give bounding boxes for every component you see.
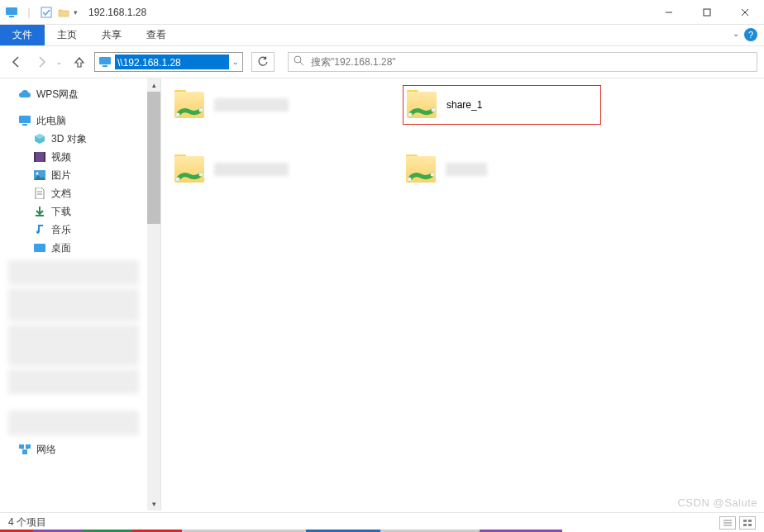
item-label-redacted <box>214 163 289 176</box>
nav-music[interactable]: 音乐 <box>0 221 147 239</box>
nav-scroll-up[interactable]: ▴ <box>147 78 160 92</box>
nav-scroll-down[interactable]: ▾ <box>147 497 160 511</box>
folder-item[interactable] <box>171 85 370 125</box>
svg-rect-7 <box>99 57 111 64</box>
share-folder-icon <box>173 153 206 186</box>
help-icon[interactable]: ? <box>744 28 757 41</box>
nav-wps[interactable]: WPS网盘 <box>0 85 147 103</box>
svg-point-17 <box>36 173 39 175</box>
share-folder-icon <box>404 153 437 186</box>
tab-home[interactable]: 主页 <box>45 25 89 45</box>
nav-pictures[interactable]: 图片 <box>0 166 147 184</box>
address-text[interactable]: \\192.168.1.28 <box>115 55 229 69</box>
nav-redacted <box>8 325 139 366</box>
svg-rect-2 <box>41 7 51 17</box>
svg-rect-11 <box>19 116 31 123</box>
nav-redacted <box>8 288 139 321</box>
nav-scroll-thumb[interactable] <box>147 92 160 224</box>
nav-network[interactable]: 网络 <box>0 440 147 458</box>
tab-view[interactable]: 查看 <box>134 25 179 45</box>
tab-file[interactable]: 文件 <box>0 25 45 45</box>
nav-pictures-label: 图片 <box>51 169 71 183</box>
navigation-bar: ⌄ \\192.168.1.28 ⌄ 搜索"192.168.1.28" <box>0 46 764 78</box>
svg-rect-0 <box>6 7 17 15</box>
recent-dropdown-icon[interactable]: ⌄ <box>56 59 64 66</box>
svg-rect-22 <box>19 444 24 449</box>
forward-button[interactable] <box>31 52 51 72</box>
svg-rect-8 <box>103 65 107 67</box>
network-icon <box>18 443 31 456</box>
nav-thispc[interactable]: 此电脑 <box>0 112 147 130</box>
search-box[interactable]: 搜索"192.168.1.28" <box>288 52 757 72</box>
icons-view-button[interactable] <box>739 516 756 530</box>
body: ▴ ▾ WPS网盘 此电脑 3D 对象 视频 图片 <box>0 78 764 511</box>
nav-desktop-label: 桌面 <box>51 241 71 255</box>
svg-rect-1 <box>9 16 14 17</box>
ribbon-tabs: 文件 主页 共享 查看 ⌄ ? <box>0 25 764 46</box>
up-button[interactable] <box>69 52 89 72</box>
item-label-redacted <box>214 98 289 112</box>
back-button[interactable] <box>7 52 26 72</box>
computer-icon <box>18 114 31 127</box>
svg-rect-41 <box>748 524 752 526</box>
svg-rect-4 <box>704 9 710 16</box>
properties-icon[interactable] <box>39 5 54 20</box>
nav-documents-label: 文档 <box>51 187 71 201</box>
video-icon <box>33 150 46 164</box>
item-label: share_1 <box>446 99 482 111</box>
nav-downloads[interactable]: 下载 <box>0 202 147 221</box>
nav-3dobjects[interactable]: 3D 对象 <box>0 130 147 148</box>
nav-redacted <box>8 369 139 394</box>
address-bar[interactable]: \\192.168.1.28 ⌄ <box>94 52 243 72</box>
folder-item[interactable] <box>171 150 370 189</box>
nav-thispc-label: 此电脑 <box>36 114 66 128</box>
search-placeholder: 搜索"192.168.1.28" <box>311 55 396 69</box>
new-folder-icon[interactable] <box>56 5 71 20</box>
svg-rect-23 <box>26 444 31 449</box>
quick-access-toolbar: | ▾ <box>0 5 82 20</box>
details-view-button[interactable] <box>719 516 736 530</box>
folder-item-share1[interactable]: share_1 <box>403 85 601 125</box>
nav-documents[interactable]: 文档 <box>0 184 147 202</box>
desktop-icon <box>33 241 46 254</box>
nav-downloads-label: 下载 <box>51 205 71 219</box>
close-button[interactable] <box>726 0 764 25</box>
app-icon[interactable] <box>4 5 19 20</box>
nav-videos[interactable]: 视频 <box>0 148 147 166</box>
svg-line-26 <box>25 449 28 450</box>
svg-rect-40 <box>743 524 747 526</box>
title-bar: | ▾ 192.168.1.28 <box>0 0 764 25</box>
nav-network-label: 网络 <box>36 443 56 457</box>
nav-desktop[interactable]: 桌面 <box>0 239 147 257</box>
svg-rect-12 <box>22 124 27 126</box>
share-folder-icon <box>405 88 438 121</box>
tab-share[interactable]: 共享 <box>89 25 134 45</box>
svg-rect-13 <box>34 152 45 162</box>
svg-rect-39 <box>748 520 752 522</box>
maximize-button[interactable] <box>688 0 726 25</box>
content-pane[interactable]: share_1 <box>161 78 764 511</box>
minimize-button[interactable] <box>650 0 688 25</box>
picture-icon <box>33 169 46 182</box>
nav-videos-label: 视频 <box>51 150 71 164</box>
window-title: 192.168.1.28 <box>88 7 146 18</box>
cloud-icon <box>18 88 31 101</box>
refresh-button[interactable] <box>251 52 275 72</box>
cube-icon <box>33 132 46 145</box>
address-dropdown-icon[interactable]: ⌄ <box>229 58 242 66</box>
nav-redacted <box>8 411 139 435</box>
document-icon <box>33 187 46 200</box>
item-label-redacted <box>446 163 487 176</box>
ribbon-expand-icon[interactable]: ⌄ <box>733 29 739 38</box>
qat-dropdown-icon[interactable]: ▾ <box>74 8 82 17</box>
folder-item[interactable] <box>403 150 601 189</box>
download-icon <box>33 205 46 218</box>
svg-rect-21 <box>34 244 45 252</box>
svg-rect-15 <box>44 152 45 162</box>
search-icon <box>294 55 304 69</box>
navigation-pane: ▴ ▾ WPS网盘 此电脑 3D 对象 视频 图片 <box>0 78 161 511</box>
address-computer-icon <box>97 54 113 70</box>
nav-redacted <box>8 260 139 285</box>
nav-3dobjects-label: 3D 对象 <box>51 132 87 146</box>
svg-rect-38 <box>743 520 747 522</box>
